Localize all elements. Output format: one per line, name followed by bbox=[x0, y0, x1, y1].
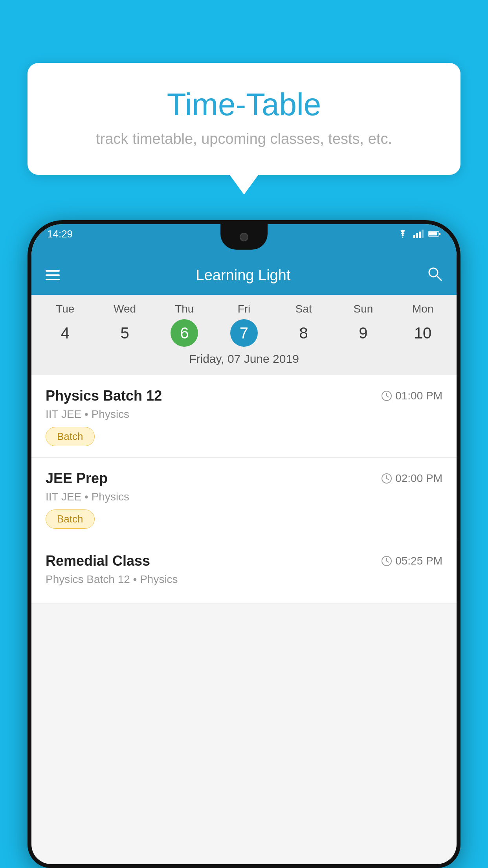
day-name-tue: Tue bbox=[35, 303, 95, 315]
day-num-7[interactable]: 7 bbox=[230, 319, 258, 347]
phone-notch bbox=[220, 224, 268, 250]
day-num-9[interactable]: 9 bbox=[349, 319, 377, 347]
signal-icon bbox=[413, 230, 424, 238]
schedule-list: Physics Batch 12 01:00 PM IIT JEE • Phys… bbox=[31, 375, 457, 603]
schedule-subtitle-0: IIT JEE • Physics bbox=[46, 408, 442, 421]
day-name-fri: Fri bbox=[214, 303, 274, 315]
day-num-5[interactable]: 5 bbox=[111, 319, 139, 347]
clock-icon-0 bbox=[381, 390, 392, 401]
schedule-item-header-2: Remedial Class 05:25 PM bbox=[46, 553, 442, 569]
day-names-row: TueWedThuFriSatSunMon bbox=[31, 303, 457, 315]
day-num-8[interactable]: 8 bbox=[290, 319, 317, 347]
schedule-title-1: JEE Prep bbox=[46, 470, 108, 487]
svg-rect-2 bbox=[419, 232, 421, 238]
phone-frame: 14:29 bbox=[28, 220, 460, 868]
wifi-icon bbox=[397, 230, 409, 238]
camera-dot bbox=[240, 233, 248, 241]
day-numbers-row: 45678910 bbox=[31, 319, 457, 347]
schedule-subtitle-1: IIT JEE • Physics bbox=[46, 491, 442, 503]
schedule-subtitle-2: Physics Batch 12 • Physics bbox=[46, 573, 442, 586]
day-name-mon: Mon bbox=[393, 303, 453, 315]
search-icon[interactable] bbox=[427, 266, 442, 285]
svg-rect-6 bbox=[429, 232, 437, 235]
tooltip-title: Time-Table bbox=[47, 86, 441, 123]
status-time: 14:29 bbox=[47, 228, 73, 240]
notch-area: 14:29 bbox=[31, 224, 457, 256]
tooltip-subtitle: track timetable, upcoming classes, tests… bbox=[47, 131, 441, 147]
tooltip-card: Time-Table track timetable, upcoming cla… bbox=[28, 63, 460, 175]
svg-rect-5 bbox=[439, 233, 440, 235]
battery-icon bbox=[428, 230, 441, 237]
svg-line-8 bbox=[437, 276, 441, 280]
day-num-10[interactable]: 10 bbox=[409, 319, 437, 347]
app-bar: Learning Light bbox=[31, 256, 457, 295]
svg-line-14 bbox=[387, 478, 389, 480]
clock-icon-1 bbox=[381, 473, 392, 484]
svg-rect-0 bbox=[413, 235, 415, 238]
schedule-time-1: 02:00 PM bbox=[381, 472, 442, 485]
status-icons bbox=[397, 230, 441, 238]
batch-badge-1: Batch bbox=[46, 509, 95, 529]
calendar-strip: TueWedThuFriSatSunMon 45678910 Friday, 0… bbox=[31, 295, 457, 375]
schedule-time-0: 01:00 PM bbox=[381, 390, 442, 402]
schedule-item-0[interactable]: Physics Batch 12 01:00 PM IIT JEE • Phys… bbox=[31, 375, 457, 458]
schedule-item-header-1: JEE Prep 02:00 PM bbox=[46, 470, 442, 487]
hamburger-icon[interactable] bbox=[46, 270, 60, 280]
schedule-item-1[interactable]: JEE Prep 02:00 PM IIT JEE • Physics Batc… bbox=[31, 458, 457, 540]
schedule-item-header-0: Physics Batch 12 01:00 PM bbox=[46, 388, 442, 404]
app-bar-title: Learning Light bbox=[72, 267, 415, 284]
day-name-wed: Wed bbox=[95, 303, 155, 315]
schedule-title-2: Remedial Class bbox=[46, 553, 150, 569]
day-name-sun: Sun bbox=[334, 303, 393, 315]
batch-badge-0: Batch bbox=[46, 427, 95, 446]
day-name-thu: Thu bbox=[154, 303, 214, 315]
svg-rect-1 bbox=[416, 233, 418, 238]
selected-date-label: Friday, 07 June 2019 bbox=[31, 352, 457, 371]
phone-inner: 14:29 bbox=[31, 224, 457, 864]
schedule-title-0: Physics Batch 12 bbox=[46, 388, 162, 404]
clock-icon-2 bbox=[381, 555, 392, 566]
day-num-4[interactable]: 4 bbox=[51, 319, 79, 347]
svg-rect-3 bbox=[422, 230, 424, 238]
schedule-time-2: 05:25 PM bbox=[381, 555, 442, 567]
day-name-sat: Sat bbox=[274, 303, 334, 315]
svg-line-17 bbox=[387, 561, 389, 562]
day-num-6[interactable]: 6 bbox=[171, 319, 198, 347]
svg-line-11 bbox=[387, 396, 389, 397]
schedule-item-2[interactable]: Remedial Class 05:25 PM Physics Batch 12… bbox=[31, 540, 457, 603]
